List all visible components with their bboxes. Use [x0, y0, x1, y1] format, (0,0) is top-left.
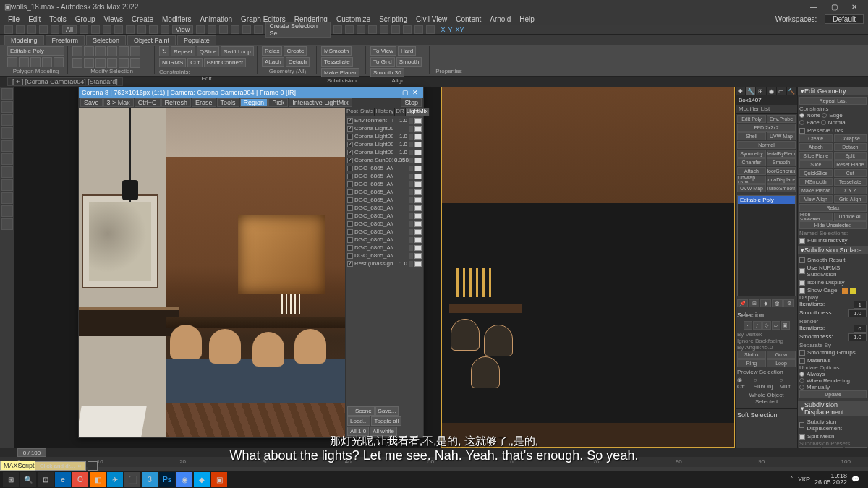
redo-button[interactable]: [16, 25, 25, 34]
lightmix-spinner[interactable]: [409, 213, 413, 219]
select-button[interactable]: [80, 25, 88, 34]
so-border[interactable]: ◇: [762, 321, 771, 330]
lightmix-colorswatch[interactable]: [414, 237, 422, 243]
menu-scripting[interactable]: Scripting: [375, 15, 411, 23]
uvwmap-btn[interactable]: UVW Map: [767, 132, 796, 140]
time-track[interactable]: 0 10 20 30 40 50 60 70 80 90 100: [0, 457, 868, 467]
lightmix-row[interactable]: Rest (unassigned)1.0: [346, 260, 423, 267]
lightmix-colorswatch[interactable]: [414, 174, 422, 179]
corona-tab-stats[interactable]: Stats: [359, 108, 375, 116]
collapse-btn[interactable]: Collapse: [834, 134, 867, 142]
lightmix-value[interactable]: 1.0: [394, 260, 407, 267]
lightmix-spinner[interactable]: [409, 221, 413, 227]
remove-mod-button[interactable]: 🗑: [772, 299, 783, 307]
pin-stack-button[interactable]: 📌: [737, 299, 748, 307]
lightmix-checkbox[interactable]: [347, 253, 353, 259]
lightmix-checkbox[interactable]: [347, 245, 353, 251]
lightmix-checkbox[interactable]: [347, 197, 353, 203]
border-mode-button[interactable]: [30, 57, 41, 67]
paintconnect-button[interactable]: Paint Connect: [204, 58, 246, 67]
lightmix-row[interactable]: DGC_6865_AM_Black: [346, 244, 423, 252]
time-slider[interactable]: 0 / 100: [0, 448, 868, 457]
lightmix-row[interactable]: DGC_6865_AM_Black: [346, 188, 423, 196]
lightmix-row[interactable]: DGC_6865_AM_Black: [346, 180, 423, 188]
detach-btn[interactable]: Detach: [834, 143, 867, 151]
tab-objectpaint[interactable]: Object Paint: [127, 35, 176, 45]
corona-pick-button[interactable]: Pick: [268, 98, 288, 107]
corona-tools-button[interactable]: Tools: [217, 98, 239, 107]
left-tool-2[interactable]: [1, 101, 13, 113]
lightmix-value[interactable]: 0.358: [394, 157, 407, 163]
unique-button[interactable]: ◆: [760, 299, 771, 307]
lightmix-colorswatch[interactable]: [414, 118, 422, 124]
corona-region-button[interactable]: Region: [240, 98, 268, 107]
task-app1[interactable]: ◧: [90, 472, 106, 487]
lightmix-row[interactable]: Corona Sun001:0.358: [346, 156, 423, 164]
menu-tools[interactable]: Tools: [46, 15, 69, 23]
modsel-btn6[interactable]: [130, 46, 140, 56]
move-button[interactable]: [126, 25, 135, 34]
symmetry-btn[interactable]: Symmetry: [737, 150, 766, 158]
tab-modeling[interactable]: Modeling: [4, 35, 44, 45]
menu-group[interactable]: Group: [72, 15, 99, 23]
config-button[interactable]: ⚙: [783, 299, 794, 307]
lightmix-spinner[interactable]: [409, 181, 413, 187]
lightmix-spinner[interactable]: [409, 174, 413, 179]
render-button[interactable]: [426, 25, 435, 34]
motion-tab[interactable]: ◉: [767, 87, 777, 95]
lightmix-colorswatch[interactable]: [414, 229, 422, 235]
corona-render-view[interactable]: [79, 108, 345, 437]
placement-button[interactable]: [161, 25, 169, 34]
lightmix-row[interactable]: Corona Light002:1.0: [346, 132, 423, 140]
makeplanar-btn[interactable]: Make Planar: [799, 187, 833, 194]
attach-btn[interactable]: Attach: [737, 167, 766, 175]
lightmix-spinner[interactable]: [409, 118, 413, 124]
manipulate-button[interactable]: [208, 25, 216, 34]
tray-up-icon[interactable]: ˄: [790, 476, 793, 483]
preserve-uv-check[interactable]: Preserve UVs: [807, 127, 843, 134]
edit-geom-title[interactable]: ▾ Edit Geometry: [798, 87, 868, 95]
corona-tab-history[interactable]: History: [375, 108, 395, 116]
normal-btn[interactable]: Normal: [737, 141, 796, 149]
chamfer-btn[interactable]: Chamfer: [737, 158, 766, 166]
utilities-tab[interactable]: 🔨: [787, 87, 797, 95]
lightmix-spinner[interactable]: [409, 245, 413, 251]
task-telegram[interactable]: ✈: [107, 472, 123, 487]
lightmix-value[interactable]: 1.0: [394, 141, 407, 147]
left-tool-4[interactable]: [1, 127, 13, 139]
create-tab[interactable]: ✚: [736, 87, 746, 95]
left-tool-10[interactable]: [1, 205, 13, 217]
editable-poly-button[interactable]: Editable Poly: [7, 46, 64, 56]
hideunsel-btn[interactable]: Hide Unselected: [799, 221, 867, 229]
menu-civilview[interactable]: Civil View: [412, 15, 451, 23]
modsel-btn[interactable]: [72, 46, 82, 56]
poly-mode-button[interactable]: [42, 57, 52, 67]
lightmix-row[interactable]: DGC_6865_AM_Black: [346, 252, 423, 260]
slice-btn[interactable]: Slice: [799, 160, 833, 168]
viewalign-btn[interactable]: View Align: [799, 195, 833, 203]
corona-erase-button[interactable]: Erase: [192, 98, 216, 107]
quickslice-btn[interactable]: QuickSlice: [799, 169, 833, 177]
lightmix-colorswatch[interactable]: [414, 205, 422, 211]
smooth30-button[interactable]: Smooth 30: [370, 68, 404, 77]
percent-snap-button[interactable]: [242, 25, 251, 34]
smooth-button[interactable]: Smooth: [396, 57, 422, 67]
lightmix-spinner[interactable]: [409, 229, 413, 235]
tray-lang[interactable]: УКР: [798, 476, 810, 483]
repeat-last-button[interactable]: Repeat Last: [799, 97, 867, 105]
menu-customize[interactable]: Customize: [333, 15, 374, 23]
create-button[interactable]: Create: [284, 46, 307, 56]
selection-filter-dropdown[interactable]: All: [62, 25, 77, 34]
lightmix-spinner[interactable]: [409, 150, 413, 155]
task-app2[interactable]: ⬛: [124, 472, 140, 487]
create-btn[interactable]: Create: [799, 134, 833, 142]
maximize-button[interactable]: ▢: [825, 1, 843, 12]
qslice-button[interactable]: QSlice: [197, 46, 220, 56]
left-tool-5[interactable]: [1, 140, 13, 152]
modsel-btn8[interactable]: [84, 58, 94, 68]
subdiv-surface-title[interactable]: ▾ Subdivision Surface: [798, 246, 868, 254]
lightmix-colorswatch[interactable]: [414, 213, 422, 219]
lightmix-spinner[interactable]: [409, 158, 413, 163]
snap-button[interactable]: [219, 25, 228, 34]
split-btn[interactable]: Split: [834, 152, 867, 160]
